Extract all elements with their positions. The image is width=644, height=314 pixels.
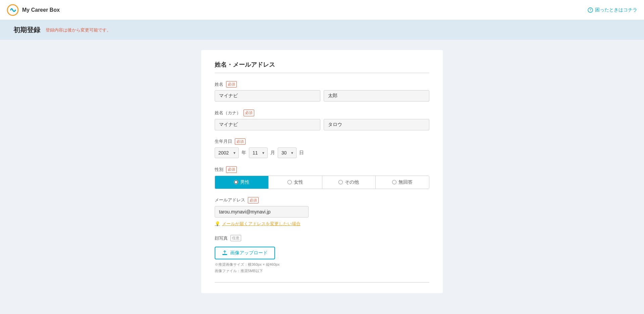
birth-date-required-badge: 必須 xyxy=(235,138,246,145)
email-group: メールアドレス 必須 💡 メールが届くアドレスを変更したい場合 xyxy=(215,197,429,227)
gender-group: 性別 必須 男性 女性 その他 無回答 xyxy=(215,166,429,189)
form-card: 姓名・メールアドレス 姓名 必須 姓名（カナ） 必須 xyxy=(201,50,443,293)
gender-other-label: その他 xyxy=(345,179,359,185)
upload-button[interactable]: 画像アップロード xyxy=(215,247,275,259)
page-title-bar: 初期登録 登録内容は後から変更可能です。 xyxy=(0,20,644,40)
main-content: 姓名・メールアドレス 姓名 必須 姓名（カナ） 必須 xyxy=(0,40,644,303)
gender-no-answer-label: 無回答 xyxy=(398,179,413,185)
birth-date-label: 生年月日 必須 xyxy=(215,138,429,145)
email-input[interactable] xyxy=(215,206,309,217)
year-select-wrapper: 2002 ▼ xyxy=(215,147,239,158)
name-input-row xyxy=(215,90,429,102)
photo-label-text: 顔写真 xyxy=(215,235,228,241)
year-unit: 年 xyxy=(241,150,246,156)
email-label: メールアドレス 必須 xyxy=(215,197,429,203)
gender-label-text: 性別 xyxy=(215,167,223,173)
gender-other-radio[interactable] xyxy=(338,180,343,184)
svg-text:?: ? xyxy=(589,8,591,12)
upload-hint: ※推奨画像サイズ：横360px × 縦460px 画像ファイル：推奨5MB以下 xyxy=(215,261,429,274)
upload-hint-line1: ※推奨画像サイズ：横360px × 縦460px xyxy=(215,261,429,268)
gender-male-label: 男性 xyxy=(240,179,250,185)
help-link[interactable]: ? 困ったときはコチラ xyxy=(588,7,637,13)
first-name-input[interactable] xyxy=(324,90,429,102)
upload-icon xyxy=(222,250,227,256)
photo-group: 顔写真 任意 画像アップロード ※推奨画像サイズ：横360px × 縦460px… xyxy=(215,235,429,274)
email-required-badge: 必須 xyxy=(248,197,259,203)
day-unit: 日 xyxy=(299,150,304,156)
month-select-wrapper: 11 ▼ xyxy=(249,147,268,158)
year-select[interactable]: 2002 xyxy=(215,147,239,158)
help-text: 困ったときはコチラ xyxy=(595,7,637,13)
name-required-badge: 必須 xyxy=(226,81,237,87)
gender-female-label: 女性 xyxy=(294,179,303,185)
section-title: 姓名・メールアドレス xyxy=(215,61,429,73)
upload-hint-line2: 画像ファイル：推奨5MB以下 xyxy=(215,268,429,274)
bulb-icon: 💡 xyxy=(215,221,220,226)
name-kana-label: 姓名（カナ） 必須 xyxy=(215,110,429,116)
page-subtitle: 登録内容は後から変更可能です。 xyxy=(46,27,111,33)
photo-optional-badge: 任意 xyxy=(230,235,241,241)
date-row: 2002 ▼ 年 11 ▼ 月 30 ▼ xyxy=(215,147,429,158)
name-kana-required-badge: 必須 xyxy=(244,110,254,116)
name-kana-group: 姓名（カナ） 必須 xyxy=(215,110,429,130)
email-change-link[interactable]: 💡 メールが届くアドレスを変更したい場合 xyxy=(215,221,429,227)
gender-options: 男性 女性 その他 無回答 xyxy=(215,176,429,189)
email-change-text: メールが届くアドレスを変更したい場合 xyxy=(222,221,301,227)
gender-required-badge: 必須 xyxy=(226,166,237,173)
birth-date-label-text: 生年月日 xyxy=(215,138,232,144)
logo: My Career Box xyxy=(7,4,60,16)
email-label-text: メールアドレス xyxy=(215,197,245,203)
header: My Career Box ? 困ったときはコチラ xyxy=(0,0,644,20)
day-select-wrapper: 30 ▼ xyxy=(278,147,297,158)
gender-no-answer-option[interactable]: 無回答 xyxy=(376,176,429,189)
gender-male-radio[interactable] xyxy=(234,180,238,184)
month-select[interactable]: 11 xyxy=(249,147,268,158)
upload-button-text: 画像アップロード xyxy=(230,250,268,256)
logo-text: My Career Box xyxy=(22,7,60,13)
gender-other-option[interactable]: その他 xyxy=(322,176,376,189)
name-kana-input-row xyxy=(215,119,429,130)
page-title: 初期登録 xyxy=(13,25,40,35)
name-kana-label-text: 姓名（カナ） xyxy=(215,110,241,116)
help-icon: ? xyxy=(588,7,593,13)
gender-male-option[interactable]: 男性 xyxy=(215,176,269,189)
svg-rect-3 xyxy=(222,254,227,255)
logo-icon xyxy=(7,4,19,16)
name-label-text: 姓名 xyxy=(215,81,223,87)
first-name-kana-input[interactable] xyxy=(324,119,429,130)
name-group: 姓名 必須 xyxy=(215,81,429,102)
birth-date-group: 生年月日 必須 2002 ▼ 年 11 ▼ 月 xyxy=(215,138,429,158)
photo-label: 顔写真 任意 xyxy=(215,235,429,241)
gender-female-option[interactable]: 女性 xyxy=(269,176,322,189)
last-name-kana-input[interactable] xyxy=(215,119,320,130)
gender-no-answer-radio[interactable] xyxy=(392,180,396,184)
section-divider xyxy=(215,282,429,282)
gender-label: 性別 必須 xyxy=(215,166,429,173)
month-unit: 月 xyxy=(270,150,275,156)
gender-female-radio[interactable] xyxy=(287,180,292,184)
day-select[interactable]: 30 xyxy=(278,147,297,158)
name-label: 姓名 必須 xyxy=(215,81,429,87)
last-name-input[interactable] xyxy=(215,90,320,102)
